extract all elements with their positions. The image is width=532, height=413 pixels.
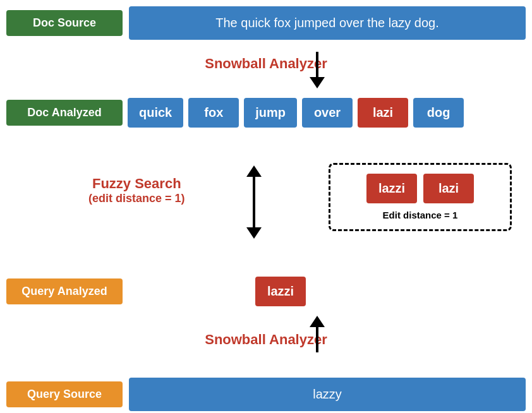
token-fox: fox [188,98,239,128]
token-jump: jump [244,98,297,128]
token-lazzi-analyzed: lazzi [255,277,306,306]
tokens-row: quick fox jump over lazi dog [128,98,464,128]
token-quick: quick [128,98,183,128]
token-lazi: lazi [358,98,408,128]
token-lazzi: lazzi [366,174,417,203]
arrow-line-2 [316,327,318,352]
fuzzy-search-sub: (edit distance = 1) [88,192,185,205]
snowball-analyzer-1-label: Snowball Analyzer [0,56,532,72]
query-analyzed-row: Query Analyzed lazzi [6,277,526,306]
double-arrow [246,165,262,239]
doc-analyzed-row: Doc Analyzed quick fox jump over lazi do… [6,98,526,128]
edit-distance-label: Edit distance = 1 [383,210,458,220]
fuzzy-tokens: lazzi lazi [366,174,474,203]
query-source-text: lazzy [129,378,526,411]
doc-source-row: Doc Source The quick fox jumped over the… [6,6,526,40]
doc-source-text: The quick fox jumped over the lazy dog. [129,6,526,40]
arrow-head-up [246,165,262,177]
snowball-analyzer-2-label: Snowball Analyzer [0,332,532,348]
query-source-label: Query Source [6,381,123,407]
arrow-head-down-mid [246,227,262,239]
doc-source-label: Doc Source [6,10,123,36]
arrow-down-1 [310,52,325,88]
arrow-up-2 [310,316,325,352]
fuzzy-search-label: Fuzzy Search [88,176,185,192]
doc-analyzed-label: Doc Analyzed [6,100,123,126]
token-lazi-fuzzy: lazi [423,174,474,203]
fuzzy-box: lazzi lazi Edit distance = 1 [329,163,512,231]
arrow-head-up-2 [310,316,325,327]
query-source-row: Query Source lazzy [6,378,526,411]
arrow-line-mid [253,177,255,227]
token-over: over [302,98,353,128]
arrow-line-1 [316,52,318,77]
token-dog: dog [413,98,464,128]
query-analyzed-label: Query Analyzed [6,278,123,304]
fuzzy-search-section: Fuzzy Search (edit distance = 1) [88,176,185,205]
query-analyzed-token-wrapper: lazzi [255,277,306,306]
diagram: Doc Source The quick fox jumped over the… [0,0,532,413]
arrow-head-1 [310,77,325,88]
